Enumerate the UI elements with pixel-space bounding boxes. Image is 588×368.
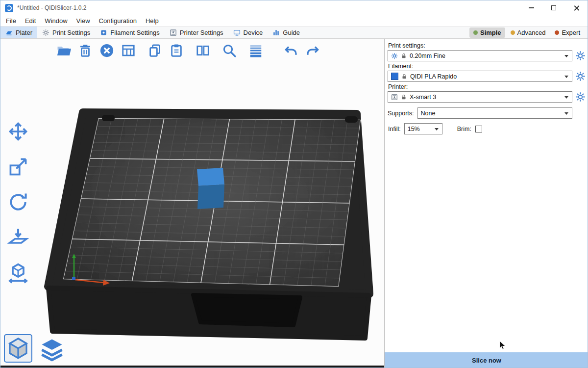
maximize-icon <box>551 5 556 10</box>
printer-gear-button[interactable] <box>575 92 586 102</box>
open-project-button[interactable] <box>55 42 72 59</box>
rotate-arrow-icon <box>7 191 29 213</box>
window-title: *Untitled - QIDISlicer-1.0.2 <box>17 4 86 11</box>
gear-icon <box>575 51 586 61</box>
scale-tool-button[interactable] <box>5 155 31 179</box>
paste-button[interactable] <box>168 42 185 59</box>
3d-viewport[interactable] <box>0 39 384 368</box>
tab-plater[interactable]: Plater <box>0 26 37 38</box>
tab-guide[interactable]: Guide <box>268 26 305 38</box>
split-windows-icon <box>196 43 210 58</box>
tab-print-settings[interactable]: Print Settings <box>37 26 95 38</box>
search-button[interactable] <box>221 42 238 59</box>
viewport-toolbar <box>55 42 326 59</box>
menu-file[interactable]: File <box>1 17 21 25</box>
brim-checkbox[interactable] <box>475 126 482 132</box>
move-arrows-icon <box>7 121 29 142</box>
model-cube-front-face[interactable] <box>197 184 224 209</box>
filament-dropdown[interactable]: QIDI PLA Rapido <box>388 71 572 82</box>
menu-bar: File Edit Window View Configuration Help <box>0 15 588 26</box>
undo-button[interactable] <box>283 42 299 59</box>
advanced-mode-dot-icon <box>511 30 515 35</box>
transform-toolbar <box>5 120 31 285</box>
tab-bar: Plater Print Settings Filament Settings … <box>0 26 588 39</box>
trash-icon <box>78 43 93 58</box>
stacked-layers-icon <box>39 337 65 362</box>
filament-value: QIDI PLA Rapido <box>410 73 457 80</box>
flatten-arrow-icon <box>7 227 29 248</box>
app-logo-icon <box>5 4 13 12</box>
folder-open-icon <box>56 43 71 58</box>
scale-to-fit-button[interactable] <box>5 261 31 285</box>
maximize-button[interactable] <box>542 0 565 15</box>
circle-x-icon <box>99 43 114 58</box>
printer-value: X-smart 3 <box>410 94 436 101</box>
view-3d-button[interactable] <box>4 334 32 363</box>
chevron-down-icon <box>564 55 568 57</box>
mode-advanced[interactable]: Advanced <box>507 27 550 38</box>
printer-icon <box>391 94 398 101</box>
plater-icon <box>5 29 13 36</box>
arrange-grid-icon <box>121 43 136 58</box>
device-monitor-icon <box>233 29 241 36</box>
infill-dropdown[interactable]: 15% <box>404 123 442 134</box>
undo-arrow-icon <box>284 43 298 58</box>
lock-icon <box>401 53 407 59</box>
mode-simple[interactable]: Simple <box>469 27 505 38</box>
tab-filament-settings[interactable]: Filament Settings <box>95 26 164 38</box>
menu-help[interactable]: Help <box>141 17 163 25</box>
print-settings-gear-button[interactable] <box>575 51 586 61</box>
delete-all-button[interactable] <box>98 42 115 59</box>
arrange-button[interactable] <box>120 42 137 59</box>
slice-now-button[interactable]: Slice now <box>385 352 588 368</box>
variable-layer-height-button[interactable] <box>247 42 264 59</box>
printer-icon <box>170 29 177 36</box>
view-switcher <box>4 334 66 363</box>
viewport-bottom-strip <box>0 366 384 368</box>
tab-printer-settings[interactable]: Printer Settings <box>165 26 228 38</box>
menu-window[interactable]: Window <box>40 17 72 25</box>
split-objects-button[interactable] <box>195 42 211 59</box>
settings-sidebar: Print settings: 0.20mm Fine Filament: QI… <box>384 39 588 368</box>
model-cube-top-face[interactable] <box>197 168 224 186</box>
copy-button[interactable] <box>147 42 163 59</box>
gear-icon <box>575 71 586 81</box>
delete-button[interactable] <box>77 42 94 59</box>
scene-canvas[interactable] <box>0 39 384 368</box>
redo-button[interactable] <box>304 42 321 59</box>
bed-clip-left <box>102 115 115 121</box>
bed-clip-right <box>345 116 358 123</box>
place-on-face-button[interactable] <box>5 226 31 249</box>
menu-view[interactable]: View <box>72 17 95 25</box>
brim-label: Brim: <box>457 126 471 132</box>
print-settings-dropdown[interactable]: 0.20mm Fine <box>388 50 572 61</box>
tab-device[interactable]: Device <box>228 26 268 38</box>
rotate-tool-button[interactable] <box>5 190 31 214</box>
move-tool-button[interactable] <box>5 120 31 143</box>
minimize-button[interactable] <box>520 0 542 15</box>
filament-label: Filament: <box>388 63 586 70</box>
close-button[interactable] <box>565 0 588 15</box>
menu-edit[interactable]: Edit <box>21 17 40 25</box>
simple-mode-dot-icon <box>473 30 478 35</box>
expert-mode-dot-icon <box>555 30 559 35</box>
infill-value: 15% <box>408 126 420 132</box>
chevron-down-icon <box>435 128 439 131</box>
filament-gear-button[interactable] <box>575 71 586 81</box>
gear-icon <box>575 92 586 102</box>
print-settings-label: Print settings: <box>388 42 586 49</box>
printer-label: Printer: <box>388 83 586 90</box>
printer-dropdown[interactable]: X-smart 3 <box>388 91 572 103</box>
search-icon <box>222 43 237 58</box>
print-settings-value: 0.20mm Fine <box>410 53 445 59</box>
chevron-down-icon <box>564 96 568 99</box>
supports-dropdown[interactable]: None <box>417 107 572 119</box>
menu-configuration[interactable]: Configuration <box>95 17 141 25</box>
mode-expert[interactable]: Expert <box>551 27 584 38</box>
close-icon <box>573 5 580 11</box>
guide-bars-icon <box>272 29 280 36</box>
tab-print-settings-label: Print Settings <box>52 29 90 36</box>
gear-icon <box>42 29 49 36</box>
infill-label: Infill: <box>388 126 401 132</box>
view-preview-button[interactable] <box>38 336 66 363</box>
